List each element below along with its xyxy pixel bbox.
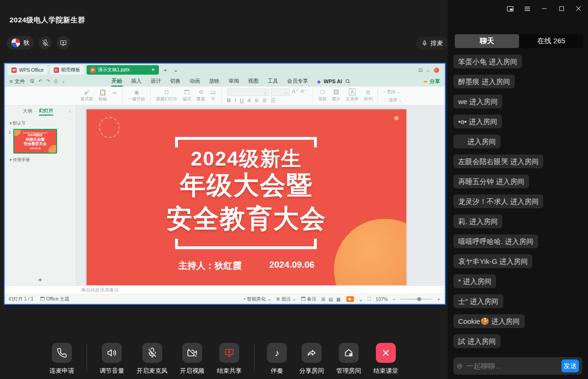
end-class-button[interactable]: 结束课堂 (373, 343, 398, 375)
chat-input[interactable] (467, 362, 561, 370)
cut-button[interactable]: ✂ (112, 90, 117, 102)
fullscreen-icon[interactable]: ⛶ (368, 296, 371, 302)
emoji-smiley-icon[interactable] (457, 361, 463, 371)
outline-tab[interactable]: 大纲 (23, 108, 32, 115)
note-button[interactable]: 🗔 备注 (301, 296, 317, 302)
font-size-select[interactable]: ⌄ (271, 88, 290, 96)
search-icon[interactable] (345, 78, 351, 84)
font-color-button[interactable]: A (247, 97, 251, 103)
zoom-slider[interactable] (400, 299, 431, 300)
menu-insert[interactable]: 插入 (131, 77, 142, 87)
image-button[interactable]: 🖼图片 (332, 89, 341, 102)
list-icon[interactable]: ☰ (271, 97, 276, 103)
menu-member[interactable]: 会员专享 (287, 77, 309, 87)
close-icon[interactable] (571, 3, 586, 14)
tab-close-icon[interactable]: ✕ (151, 68, 155, 72)
strikethrough-button[interactable]: S (255, 97, 258, 103)
screen-share-chip[interactable] (57, 36, 70, 49)
menu-slideshow[interactable]: 放映 (209, 77, 220, 87)
menu-tools[interactable]: 工具 (267, 77, 279, 87)
video-toggle-button[interactable]: 开启视频 (180, 343, 205, 375)
wps-share-button[interactable]: ➦ 分享 (423, 78, 440, 85)
new-tab-icon[interactable]: ＋ (161, 66, 170, 74)
find-button[interactable]: ⌕ 查找 ⌄ (383, 89, 402, 95)
view-mode-icons[interactable]: ⊞ ▤ ▦ (321, 297, 342, 302)
font-smaller-icon[interactable]: A⁻ (300, 88, 307, 96)
redo-icon[interactable]: ↷ (46, 78, 50, 84)
volume-button[interactable]: 调节音量 (99, 343, 124, 375)
tab-online[interactable]: 在线 265 (519, 34, 583, 48)
chat-message-list[interactable]: 笨蛋小龟 进入房间 醉墨痕 进入房间 we 进入房间 •ɞ• 进入房间 进入房间… (453, 55, 585, 352)
undo-icon[interactable]: ↶ (38, 78, 42, 84)
menu-transition[interactable]: 切换 (170, 77, 181, 87)
pip-window-icon[interactable] (502, 3, 518, 14)
tab-list-chevron-icon[interactable]: ⌄ (172, 67, 180, 73)
end-share-button[interactable]: 结束共享 (217, 343, 242, 375)
menu-icon[interactable] (519, 3, 535, 14)
play-chevron-icon[interactable]: ⌄ (359, 297, 363, 302)
accompaniment-button[interactable]: ♪ 伴奏 (267, 343, 287, 375)
add-slide-button[interactable]: + (5, 275, 76, 285)
select-button[interactable]: ⬚ 选择 ⌄ (383, 97, 402, 103)
wps-tab-home[interactable]: W WPS Office (8, 65, 48, 75)
arrange-button[interactable]: ⧉排列 (364, 89, 372, 102)
wps-account-avatar[interactable] (434, 68, 439, 73)
quick-play-button[interactable]: ◉一键开始 (128, 89, 145, 102)
quickbar-chevron-icon[interactable]: ⌄ (61, 78, 65, 84)
mic-toggle-button[interactable]: 开启麦克风 (137, 343, 167, 375)
tab-chat[interactable]: 聊天 (455, 34, 519, 48)
menu-design[interactable]: 设计 (150, 77, 162, 87)
format-painter-button[interactable]: 🖌格式刷 (80, 89, 93, 102)
send-button[interactable]: 发送 (561, 360, 579, 372)
file-menu[interactable]: ≡ 文件 (10, 78, 25, 85)
comment-button[interactable]: ≣ 批注 ⌄ (276, 296, 296, 302)
mic-muted-chip[interactable] (39, 36, 52, 49)
zoom-in-icon[interactable]: ＋ (436, 296, 441, 302)
zoom-out-icon[interactable]: − (392, 297, 395, 302)
wps-tab-presentation[interactable]: P 演示文稿1.pptx ✕ (87, 65, 159, 75)
italic-button[interactable]: I (235, 97, 236, 103)
font-family-select[interactable]: ⌄ (227, 88, 269, 96)
panel-collapse-icon[interactable]: ‹ (69, 109, 71, 114)
reset-button[interactable]: ⟲重置 (196, 89, 205, 102)
section-button[interactable]: 🗂节 (210, 89, 216, 102)
wps-ai-button[interactable]: ◆ WPS AI (317, 78, 351, 84)
shapes-button[interactable]: ⬠形状 (318, 89, 327, 102)
minimize-icon[interactable] (537, 3, 552, 14)
play-slideshow-button[interactable]: ▶ (346, 296, 354, 302)
section-manual[interactable]: ▾ 使用手册 (5, 154, 76, 165)
new-slide-button[interactable]: 🗋新建幻灯片 (156, 89, 177, 102)
textbox-button[interactable]: 🄰文本框 (346, 89, 359, 102)
dashed-ring-decor (99, 117, 120, 138)
presenter-chip[interactable]: 狄 (7, 36, 34, 49)
menu-home[interactable]: 开始 (111, 77, 123, 87)
slide-canvas: 2024级新生 年级大会暨 安全教育大会 主持人：狄红霞 2024.09.06 (76, 106, 445, 285)
layout-button[interactable]: 🗔版式 (183, 89, 191, 102)
underline-button[interactable]: U (240, 97, 244, 103)
font-bigger-icon[interactable]: A⁺ (292, 88, 298, 96)
wps-tab-docer[interactable]: D 稻壳模板 (50, 65, 84, 75)
slide-thumbnail[interactable]: 2024级新生 年级大会暨 安全教育大会 2024.09.06 (13, 129, 57, 154)
align-icon[interactable]: ≣ (262, 97, 267, 103)
notes-placeholder[interactable]: 单击此处添加备注 (5, 285, 445, 294)
section-default[interactable]: ▾ 默认节 (5, 117, 76, 129)
bold-button[interactable]: B (227, 97, 231, 103)
mic-request-button[interactable]: 连麦申请 (49, 343, 74, 375)
notify-icon[interactable]: ⌂ (427, 68, 430, 73)
maximize-icon[interactable] (554, 3, 569, 14)
smart-beautify-button[interactable]: ◔ 智能美化 ⌄ (243, 296, 271, 302)
mic-queue-button[interactable]: 排麦 (416, 37, 449, 49)
menu-review[interactable]: 审阅 (228, 77, 240, 87)
menu-view[interactable]: 视图 (248, 77, 259, 87)
avatar (11, 38, 20, 48)
save-icon[interactable]: 🖫 (29, 78, 34, 84)
menu-animation[interactable]: 动画 (189, 77, 201, 87)
share-room-button[interactable]: 分享房间 (299, 343, 324, 375)
manage-room-button[interactable]: 管理房间 (336, 343, 361, 375)
layout-icon[interactable]: ⊡ (419, 68, 422, 73)
zoom-knob[interactable] (417, 297, 421, 301)
paste-button[interactable]: 📋粘贴 (98, 89, 107, 102)
slides-tab[interactable]: 幻灯片 (39, 107, 53, 116)
print-icon[interactable]: ⎙ (54, 78, 58, 84)
theme-button[interactable]: 🗔 Office 主题 (40, 296, 69, 302)
